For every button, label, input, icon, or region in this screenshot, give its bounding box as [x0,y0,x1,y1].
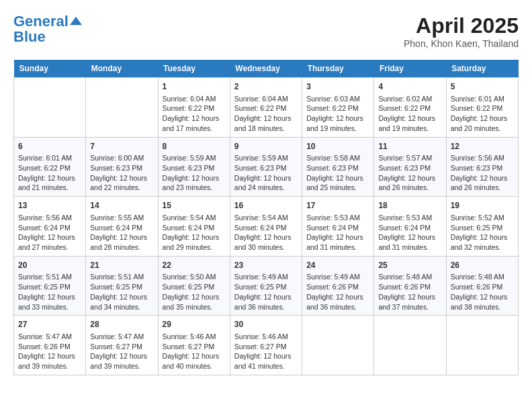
day-number: 6 [18,141,81,152]
day-info: Sunrise: 5:53 AMSunset: 6:24 PMDaylight:… [306,213,369,253]
day-number: 8 [163,141,226,152]
weekday-header-saturday: Saturday [446,60,518,78]
day-info: Sunrise: 5:54 AMSunset: 6:24 PMDaylight:… [234,213,298,253]
day-number: 26 [451,260,514,271]
day-number: 13 [18,200,81,212]
calendar-cell: 6Sunrise: 6:01 AMSunset: 6:22 PMDaylight… [14,137,86,197]
day-number: 16 [234,200,298,212]
day-info: Sunrise: 5:47 AMSunset: 6:26 PMDaylight:… [18,332,81,371]
calendar-cell: 10Sunrise: 5:58 AMSunset: 6:23 PMDayligh… [302,137,374,197]
day-info: Sunrise: 5:56 AMSunset: 6:24 PMDaylight:… [18,213,81,253]
title-block: April 2025 Phon, Khon Kaen, Thailand [404,13,519,49]
calendar-cell: 19Sunrise: 5:52 AMSunset: 6:25 PMDayligh… [446,197,518,257]
day-number: 5 [451,81,514,93]
day-info: Sunrise: 6:01 AMSunset: 6:22 PMDaylight:… [451,94,514,134]
day-info: Sunrise: 5:49 AMSunset: 6:26 PMDaylight:… [306,272,369,312]
calendar-cell: 16Sunrise: 5:54 AMSunset: 6:24 PMDayligh… [230,197,302,257]
logo-blue: Blue [13,30,82,44]
calendar-cell: 4Sunrise: 6:02 AMSunset: 6:22 PMDaylight… [374,78,446,138]
calendar-cell: 28Sunrise: 5:47 AMSunset: 6:27 PMDayligh… [86,316,158,375]
week-row-5: 27Sunrise: 5:47 AMSunset: 6:26 PMDayligh… [14,316,519,375]
weekday-header-sunday: Sunday [14,60,86,78]
calendar-cell: 25Sunrise: 5:48 AMSunset: 6:26 PMDayligh… [374,256,446,316]
day-info: Sunrise: 5:56 AMSunset: 6:23 PMDaylight:… [451,153,514,193]
day-number: 21 [90,260,153,271]
calendar-cell: 29Sunrise: 5:46 AMSunset: 6:27 PMDayligh… [158,316,230,375]
location: Phon, Khon Kaen, Thailand [404,38,519,49]
month-year: April 2025 [404,13,519,38]
day-number: 7 [90,141,153,152]
day-info: Sunrise: 5:55 AMSunset: 6:24 PMDaylight:… [90,213,153,253]
day-info: Sunrise: 5:50 AMSunset: 6:25 PMDaylight:… [163,272,226,312]
day-info: Sunrise: 5:53 AMSunset: 6:24 PMDaylight:… [378,213,441,253]
week-row-1: 1Sunrise: 6:04 AMSunset: 6:22 PMDaylight… [14,78,519,138]
calendar-cell [446,316,518,375]
calendar-cell [374,316,446,375]
calendar-cell: 11Sunrise: 5:57 AMSunset: 6:23 PMDayligh… [374,137,446,197]
day-info: Sunrise: 5:49 AMSunset: 6:25 PMDaylight:… [234,272,298,312]
logo-general: General [13,13,69,30]
day-number: 24 [306,260,369,271]
day-number: 2 [234,81,298,93]
weekday-header-friday: Friday [374,60,446,78]
calendar-cell: 27Sunrise: 5:47 AMSunset: 6:26 PMDayligh… [14,316,86,375]
weekday-header-thursday: Thursday [302,60,374,78]
day-number: 23 [234,260,298,271]
weekday-header-wednesday: Wednesday [230,60,302,78]
logo: General Blue [13,13,82,44]
day-info: Sunrise: 6:04 AMSunset: 6:22 PMDaylight:… [234,94,298,134]
day-info: Sunrise: 6:04 AMSunset: 6:22 PMDaylight:… [163,94,226,134]
week-row-2: 6Sunrise: 6:01 AMSunset: 6:22 PMDaylight… [14,137,519,197]
day-info: Sunrise: 5:51 AMSunset: 6:25 PMDaylight:… [90,272,153,312]
calendar-cell [14,78,86,138]
day-info: Sunrise: 5:48 AMSunset: 6:26 PMDaylight:… [451,272,514,312]
calendar-cell: 26Sunrise: 5:48 AMSunset: 6:26 PMDayligh… [446,256,518,316]
day-number: 1 [163,81,226,93]
day-info: Sunrise: 5:59 AMSunset: 6:23 PMDaylight:… [163,153,226,193]
day-info: Sunrise: 5:58 AMSunset: 6:23 PMDaylight:… [306,153,369,193]
calendar-cell: 30Sunrise: 5:46 AMSunset: 6:27 PMDayligh… [230,316,302,375]
day-number: 19 [451,200,514,212]
day-info: Sunrise: 5:46 AMSunset: 6:27 PMDaylight:… [163,332,226,371]
day-number: 15 [163,200,226,212]
week-row-3: 13Sunrise: 5:56 AMSunset: 6:24 PMDayligh… [14,197,519,257]
calendar-cell: 21Sunrise: 5:51 AMSunset: 6:25 PMDayligh… [86,256,158,316]
calendar-cell: 15Sunrise: 5:54 AMSunset: 6:24 PMDayligh… [158,197,230,257]
calendar-cell: 2Sunrise: 6:04 AMSunset: 6:22 PMDaylight… [230,78,302,138]
calendar-cell [302,316,374,375]
day-number: 27 [18,319,81,330]
day-info: Sunrise: 5:54 AMSunset: 6:24 PMDaylight:… [163,213,226,253]
day-number: 3 [306,81,369,93]
day-number: 28 [90,319,153,330]
day-number: 17 [306,200,369,212]
day-info: Sunrise: 6:00 AMSunset: 6:23 PMDaylight:… [90,153,153,193]
calendar-cell: 17Sunrise: 5:53 AMSunset: 6:24 PMDayligh… [302,197,374,257]
day-number: 10 [306,141,369,152]
calendar-cell: 7Sunrise: 6:00 AMSunset: 6:23 PMDaylight… [86,137,158,197]
day-info: Sunrise: 5:47 AMSunset: 6:27 PMDaylight:… [90,332,153,371]
weekday-header-monday: Monday [86,60,158,78]
calendar-cell: 1Sunrise: 6:04 AMSunset: 6:22 PMDaylight… [158,78,230,138]
day-number: 9 [234,141,298,152]
calendar-cell: 12Sunrise: 5:56 AMSunset: 6:23 PMDayligh… [446,137,518,197]
calendar-cell: 9Sunrise: 5:59 AMSunset: 6:23 PMDaylight… [230,137,302,197]
page-header: General Blue April 2025 Phon, Khon Kaen,… [13,13,519,49]
calendar-cell: 8Sunrise: 5:59 AMSunset: 6:23 PMDaylight… [158,137,230,197]
day-info: Sunrise: 6:01 AMSunset: 6:22 PMDaylight:… [18,153,81,193]
week-row-4: 20Sunrise: 5:51 AMSunset: 6:25 PMDayligh… [14,256,519,316]
svg-marker-0 [70,17,82,26]
day-number: 25 [378,260,441,271]
calendar-cell: 23Sunrise: 5:49 AMSunset: 6:25 PMDayligh… [230,256,302,316]
day-info: Sunrise: 5:48 AMSunset: 6:26 PMDaylight:… [378,272,441,312]
calendar-cell: 24Sunrise: 5:49 AMSunset: 6:26 PMDayligh… [302,256,374,316]
weekday-header-tuesday: Tuesday [158,60,230,78]
logo-icon [70,16,82,26]
day-number: 18 [378,200,441,212]
day-info: Sunrise: 5:59 AMSunset: 6:23 PMDaylight:… [234,153,298,193]
calendar-cell: 20Sunrise: 5:51 AMSunset: 6:25 PMDayligh… [14,256,86,316]
calendar-cell: 22Sunrise: 5:50 AMSunset: 6:25 PMDayligh… [158,256,230,316]
day-number: 22 [163,260,226,271]
day-info: Sunrise: 5:51 AMSunset: 6:25 PMDaylight:… [18,272,81,312]
day-number: 14 [90,200,153,212]
day-number: 20 [18,260,81,271]
